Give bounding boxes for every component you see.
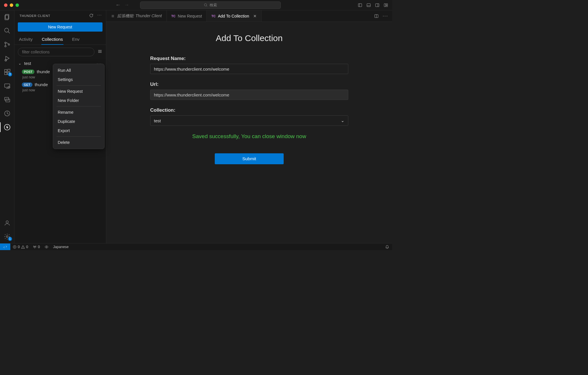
menu-rename[interactable]: Rename bbox=[53, 108, 104, 117]
editor-tabs: 拡張機能: Thunder Client TC New Request TC A… bbox=[106, 10, 392, 22]
chevron-down-icon: ⌄ bbox=[341, 118, 345, 123]
remote-explorer-icon[interactable] bbox=[3, 82, 11, 90]
panel-title: THUNDER CLIENT bbox=[20, 14, 50, 18]
panel-more-icon[interactable]: ··· bbox=[98, 13, 102, 18]
split-editor-icon[interactable] bbox=[374, 14, 379, 18]
request-name-input[interactable] bbox=[150, 64, 348, 74]
error-count: 0 bbox=[18, 245, 20, 249]
error-icon bbox=[13, 245, 17, 249]
subtab-env[interactable]: Env bbox=[71, 34, 80, 45]
svg-point-13 bbox=[5, 28, 9, 32]
close-tab-icon[interactable]: ✕ bbox=[253, 14, 257, 18]
editor-area: 拡張機能: Thunder Client TC New Request TC A… bbox=[106, 10, 392, 243]
menu-duplicate[interactable]: Duplicate bbox=[53, 117, 104, 126]
layout-panel-icon[interactable] bbox=[366, 3, 371, 7]
nav-forward-icon[interactable]: → bbox=[124, 2, 129, 8]
panel-subtabs: Activity Collections Env bbox=[14, 34, 106, 45]
antenna-icon bbox=[33, 245, 37, 249]
method-badge-post: POST bbox=[22, 69, 34, 74]
editor-more-icon[interactable]: ··· bbox=[383, 13, 388, 19]
layout-sidebar-left-icon[interactable] bbox=[358, 3, 362, 7]
remote-indicator[interactable] bbox=[0, 243, 10, 250]
subtab-activity[interactable]: Activity bbox=[18, 34, 33, 45]
new-request-button[interactable]: New Request bbox=[18, 22, 102, 32]
svg-point-49 bbox=[46, 246, 47, 248]
url-label: Url: bbox=[150, 82, 348, 87]
menu-settings[interactable]: Settings bbox=[53, 75, 104, 84]
filter-collections-input[interactable] bbox=[18, 48, 94, 56]
svg-rect-9 bbox=[386, 3, 388, 5]
svg-rect-24 bbox=[5, 84, 10, 87]
search-icon bbox=[204, 3, 208, 7]
collection-select[interactable]: test ⌄ bbox=[150, 115, 348, 126]
settings-gear-icon[interactable]: 1 bbox=[3, 233, 11, 240]
gitlens-icon[interactable] bbox=[3, 110, 11, 117]
activity-bar: 3 1 bbox=[0, 10, 14, 243]
svg-point-46 bbox=[23, 248, 23, 248]
live-share-status[interactable] bbox=[42, 245, 51, 249]
tc-badge-icon: TC bbox=[211, 14, 216, 18]
window-controls bbox=[4, 3, 19, 7]
menu-new-request[interactable]: New Request bbox=[53, 87, 104, 96]
tab-extension[interactable]: 拡張機能: Thunder Client bbox=[106, 10, 167, 22]
minimize-window-icon[interactable] bbox=[10, 3, 13, 7]
submit-button[interactable]: Submit bbox=[215, 153, 284, 164]
tc-badge-icon: TC bbox=[171, 14, 176, 18]
page-heading: Add To Collection bbox=[150, 33, 348, 43]
menu-delete[interactable]: Delete bbox=[53, 138, 104, 147]
nav-back-icon[interactable]: ← bbox=[115, 2, 121, 8]
ports-status[interactable]: 0 bbox=[30, 245, 42, 249]
menu-run-all[interactable]: Run All bbox=[53, 66, 104, 75]
svg-point-0 bbox=[204, 3, 207, 6]
problems-status[interactable]: 0 0 bbox=[10, 245, 30, 249]
menu-export[interactable]: Export bbox=[53, 126, 104, 135]
svg-rect-23 bbox=[8, 69, 10, 71]
svg-point-15 bbox=[5, 42, 6, 44]
chevron-down-icon: ⌄ bbox=[18, 61, 21, 65]
collection-label: Collection: bbox=[150, 107, 348, 113]
language-label: Japanese bbox=[53, 245, 69, 249]
ports-count: 0 bbox=[38, 245, 40, 249]
account-icon[interactable] bbox=[3, 219, 11, 227]
tab-label: 拡張機能: Thunder Client bbox=[117, 13, 162, 19]
settings-badge: 1 bbox=[8, 237, 12, 241]
tab-new-request[interactable]: TC New Request bbox=[167, 10, 207, 22]
warning-count: 0 bbox=[26, 245, 28, 249]
eye-icon bbox=[45, 245, 49, 249]
menu-new-folder[interactable]: New Folder bbox=[53, 96, 104, 105]
menu-divider bbox=[57, 106, 101, 107]
command-center-search[interactable]: 検索 bbox=[140, 1, 281, 9]
language-status[interactable]: Japanese bbox=[51, 245, 71, 249]
subtab-collections[interactable]: Collections bbox=[41, 34, 63, 45]
layout-sidebar-right-icon[interactable] bbox=[375, 3, 380, 7]
explorer-icon[interactable] bbox=[3, 13, 11, 21]
svg-rect-2 bbox=[358, 3, 362, 7]
svg-rect-6 bbox=[376, 3, 379, 7]
chat-icon[interactable] bbox=[3, 96, 11, 103]
layout-customize-icon[interactable] bbox=[384, 3, 388, 7]
thunder-client-icon[interactable] bbox=[3, 123, 11, 131]
run-debug-icon[interactable] bbox=[3, 55, 11, 62]
url-input bbox=[150, 90, 348, 100]
close-window-icon[interactable] bbox=[4, 3, 7, 7]
svg-rect-20 bbox=[5, 69, 7, 72]
refresh-icon[interactable] bbox=[89, 13, 94, 18]
maximize-window-icon[interactable] bbox=[16, 3, 19, 7]
svg-point-32 bbox=[6, 221, 8, 223]
collection-selected-value: test bbox=[154, 118, 161, 123]
warning-icon bbox=[21, 245, 25, 249]
tab-label: New Request bbox=[178, 14, 202, 18]
search-activity-icon[interactable] bbox=[3, 27, 11, 34]
tab-add-to-collection[interactable]: TC Add To Collection ✕ bbox=[207, 10, 261, 22]
svg-rect-27 bbox=[5, 97, 9, 100]
panel-header: THUNDER CLIENT ··· bbox=[14, 10, 106, 21]
form-content: Add To Collection Request Name: Url: Col… bbox=[124, 22, 374, 176]
source-control-icon[interactable] bbox=[3, 41, 11, 48]
svg-line-14 bbox=[8, 32, 10, 33]
notifications-status[interactable] bbox=[383, 245, 392, 249]
collections-menu-icon[interactable] bbox=[97, 49, 102, 55]
titlebar-right-icons bbox=[358, 3, 388, 7]
svg-rect-28 bbox=[6, 99, 10, 102]
method-badge-get: GET bbox=[22, 82, 32, 87]
extensions-icon[interactable]: 3 bbox=[3, 68, 11, 76]
